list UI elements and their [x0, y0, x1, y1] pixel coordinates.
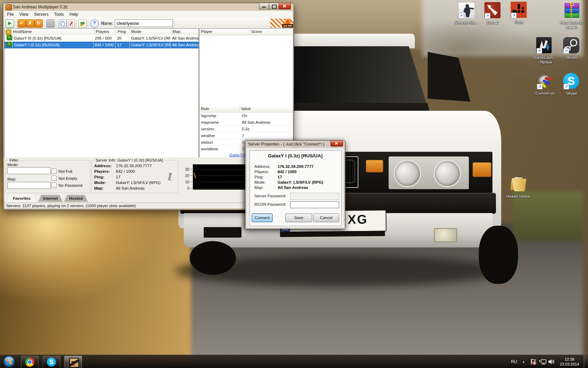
rule-row[interactable]: version 0.3z: [200, 125, 293, 132]
filter-mode-input[interactable]: [7, 167, 51, 174]
server-row[interactable]: GalaxY III (0.3z) [RUS/UA] 295 / 500 20 …: [5, 35, 198, 42]
save-button[interactable]: Save: [285, 213, 312, 222]
rule-value: All San Andreas: [240, 120, 271, 124]
cell-map: All San Andreas: [171, 42, 198, 48]
toolbar-separator: [15, 20, 15, 27]
desktop-icon-steam[interactable]: ↗ Steam: [556, 37, 587, 60]
toolbar-separator: [76, 20, 76, 27]
minimize-button[interactable]: [259, 3, 270, 9]
taskbar-samp-button[interactable]: [64, 356, 82, 368]
icon-label: Новая папка: [502, 194, 534, 199]
rule-name: weather: [200, 134, 240, 138]
dialog-address-label: Address:: [254, 164, 270, 169]
taskbar-skype-button[interactable]: S: [43, 356, 60, 368]
title-bar[interactable]: San Andreas Multiplayer 0.3z: [3, 3, 294, 11]
menu-help[interactable]: Help: [67, 12, 81, 17]
filter-map-input[interactable]: [7, 182, 51, 189]
menu-tools[interactable]: Tools: [51, 12, 66, 17]
hidden-icons-button[interactable]: ▲: [522, 355, 525, 368]
clock-date: 23.03.2014: [558, 362, 581, 367]
tab-internet[interactable]: Internet: [38, 195, 63, 202]
rar-book-blue: [565, 8, 579, 13]
plate-frame: [280, 231, 385, 237]
samp-logo: SA:MP: [270, 19, 293, 28]
dialog-players-value: 842 / 1000: [278, 170, 296, 174]
cell-mode: GalaxY: LS/SF/LV (RPG): [130, 35, 171, 42]
column-map[interactable]: Map: [171, 29, 198, 35]
column-players[interactable]: Players: [94, 29, 116, 35]
name-input[interactable]: [115, 19, 173, 27]
tab-hosted[interactable]: Hosted: [64, 195, 88, 202]
dialog-ping-value: 17: [278, 175, 282, 179]
no-password-checkbox[interactable]: No Password: [51, 183, 82, 188]
desktop-icon-rust-jacked[interactable]: Rust JackeD v1.1.3: [556, 2, 587, 29]
language-indicator[interactable]: RU: [511, 355, 517, 368]
column-value[interactable]: Value: [239, 106, 293, 112]
server-password-input: [290, 193, 339, 200]
tab-favorites[interactable]: Favorites: [7, 194, 37, 202]
desktop-icon-rust[interactable]: ↗ Rust: [503, 2, 535, 25]
taskbar-chrome-button[interactable]: [21, 356, 38, 368]
menu-servers[interactable]: Servers: [31, 12, 51, 17]
column-ping[interactable]: Ping: [116, 29, 130, 35]
dialog-close-button[interactable]: [330, 141, 343, 146]
rule-row[interactable]: weather 7: [200, 132, 293, 139]
samp-taskbar-icon: [69, 358, 79, 368]
checkbox-box: [51, 176, 57, 181]
add-server-button[interactable]: ✓: [18, 19, 26, 28]
desktop-icon-new-folder[interactable]: Новая папка: [502, 176, 534, 199]
rule-row[interactable]: mapname All San Andreas: [200, 119, 293, 126]
column-mode[interactable]: Mode: [130, 29, 171, 35]
query-servers-button[interactable]: [78, 19, 87, 28]
remove-server-button[interactable]: ✗: [26, 19, 34, 28]
samp-logo-text: SA:MP: [282, 24, 293, 28]
start-button[interactable]: [3, 355, 15, 368]
edit-server-button[interactable]: [66, 19, 75, 28]
column-score[interactable]: Score: [250, 29, 283, 35]
dialog-mode-value: GalaxY: LS/SF/LV (RPG): [278, 180, 323, 184]
player-rules-panel: Player Score Rule Value lagcomp On mapna…: [199, 28, 293, 158]
toolbar: ▶ ✓ ✗ ↻ ? i Name: S: [4, 18, 293, 29]
network-icon[interactable]: [539, 359, 547, 365]
not-full-checkbox[interactable]: Not Full: [51, 169, 72, 174]
shortcut-arrow-icon: ↗: [564, 48, 569, 54]
column-hostname[interactable]: HostName: [12, 29, 94, 35]
language-code: RU: [511, 359, 517, 364]
column-lock[interactable]: [5, 29, 12, 35]
desktop-icon-skype[interactable]: S ↗ Skype: [556, 73, 587, 96]
menu-view[interactable]: View: [16, 12, 31, 17]
connect-button[interactable]: Connect: [252, 213, 273, 222]
volume-icon[interactable]: [548, 359, 555, 365]
not-empty-checkbox[interactable]: Not Empty: [51, 176, 77, 181]
connect-server-button[interactable]: ▶: [6, 19, 14, 28]
help-button[interactable]: ?: [90, 19, 99, 28]
maximize-button[interactable]: [269, 3, 279, 9]
commfort-icon: ↗: [537, 73, 553, 90]
refresh-server-button[interactable]: ↻: [34, 19, 43, 28]
headlight: [394, 160, 421, 187]
column-player[interactable]: Player: [200, 29, 250, 35]
close-button[interactable]: [279, 3, 291, 9]
rule-row[interactable]: lagcomp On: [200, 112, 293, 119]
clock-time: 12:38: [558, 357, 581, 362]
filter-map-label: Map:: [7, 177, 16, 181]
car-wheel: [190, 241, 236, 275]
car-fog-light: [434, 228, 457, 242]
show-desktop-button[interactable]: [584, 355, 588, 368]
action-center-icon[interactable]: [530, 359, 537, 365]
icon-label: Skype: [556, 91, 587, 96]
dialog-map-value: All San Andreas: [278, 185, 308, 190]
cancel-button[interactable]: Cancel: [313, 213, 339, 222]
cell-players: 295 / 500: [93, 35, 115, 42]
copy-server-button[interactable]: [58, 19, 66, 28]
menu-file[interactable]: File: [4, 12, 16, 17]
column-rule[interactable]: Rule: [200, 106, 239, 112]
skype-icon: S ↗: [563, 73, 580, 90]
players-label: Players:: [94, 169, 110, 173]
taskbar-clock[interactable]: 12:38 23.03.2014: [558, 357, 581, 367]
counter-strike-icon: ↗: [458, 2, 475, 19]
ping-axis-label: Ping: [168, 173, 172, 180]
server-row-selected[interactable]: GalaxY I (0.3z) [RUS/UA] 842 / 1000 17 G…: [5, 42, 198, 48]
rcon-password-input[interactable]: [290, 201, 339, 208]
lips: [73, 365, 75, 366]
